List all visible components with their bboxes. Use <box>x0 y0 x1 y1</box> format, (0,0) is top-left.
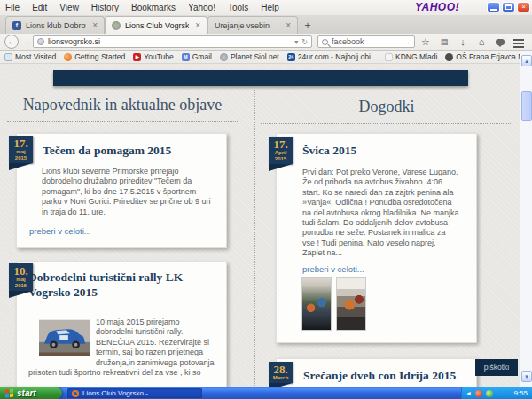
site-favicon-icon <box>112 21 121 30</box>
home-icon[interactable]: ⌂ <box>474 35 489 49</box>
downloads-icon[interactable]: ↓ <box>456 35 470 49</box>
task-button-firefox[interactable]: Lions Club Vogrsko - ... <box>67 388 202 398</box>
bookmark-most-visited[interactable]: Most Visited <box>4 52 56 61</box>
tray-chevron-icon[interactable]: ◄ <box>466 387 472 399</box>
url-text[interactable]: lionsvogrsko.si <box>48 37 291 46</box>
url-dropdown-icon[interactable]: ▾ <box>294 38 298 46</box>
restore-button[interactable] <box>502 2 515 12</box>
tab-lions-club-vogrsko[interactable]: Lions Club Vogrsko × <box>105 16 207 34</box>
article-card: Tečem da pomagam 2015 Lions klubi severn… <box>16 133 227 248</box>
search-input[interactable]: facebook <box>332 37 400 46</box>
new-tab-button[interactable]: + <box>298 18 317 34</box>
bookmark-label: Gmail <box>192 52 212 61</box>
article-body: Lions klubi severne Primorske prirejajo … <box>42 167 212 217</box>
bookmark-kdng-mladi[interactable]: KDNG Mladi <box>385 52 437 61</box>
minimize-button[interactable] <box>487 2 500 12</box>
tab-urejanje-vsebin[interactable]: Urejanje vsebin × <box>207 16 298 34</box>
badge-month: April <box>269 150 293 156</box>
bus-photo <box>301 277 332 331</box>
windows-logo-icon <box>5 389 13 398</box>
bookmark-label: Planet Siol.net <box>231 52 279 61</box>
menu-bookmarks[interactable]: Bookmarks <box>131 3 176 12</box>
menu-tools[interactable]: Tools <box>228 3 248 12</box>
menu-file[interactable]: File <box>5 3 20 12</box>
article-card: Švica 2015 Prvi dan: Pot preko Verone, V… <box>276 133 477 343</box>
bookmark-24ur[interactable]: 2424ur.com - Najbolj obi... <box>287 52 377 61</box>
cookie-notice-button[interactable]: piškotki <box>475 359 518 376</box>
hamburger-menu-icon[interactable] <box>512 35 526 49</box>
tab-close-icon[interactable]: × <box>92 21 98 30</box>
date-badge: 17. maj 2015 <box>9 136 33 163</box>
bookmarks-bar: Most Visited Getting Started ▶YouTube MG… <box>0 51 520 64</box>
badge-day: 17. <box>9 137 33 149</box>
badge-day: 10. <box>9 265 33 277</box>
tab-label: Urejanje vsebin <box>215 21 279 30</box>
scroll-thumb[interactable] <box>521 91 532 121</box>
search-go-icon[interactable]: → <box>403 38 411 46</box>
tray-icon-green[interactable] <box>486 390 493 397</box>
bookmark-label: Most Visited <box>15 52 56 61</box>
task-label: Lions Club Vogrsko - ... <box>82 389 156 397</box>
date-badge: 17. April 2015 <box>269 137 293 164</box>
reload-icon[interactable]: ↻ <box>301 38 308 46</box>
close-button[interactable]: × <box>517 2 530 12</box>
start-label: start <box>17 388 36 398</box>
article-title[interactable]: Švica 2015 <box>302 143 356 158</box>
read-more-link[interactable]: preberi v celoti... <box>302 264 364 274</box>
navigation-bar: ← → lionsvogrsko.si ▾ ↻ facebook → ☆ ▤ ↓… <box>0 34 532 51</box>
hello-chat-icon[interactable] <box>493 35 507 49</box>
bookmark-star-icon[interactable]: ☆ <box>419 35 433 49</box>
bookmarks-sidebar-icon[interactable]: ▤ <box>437 35 451 49</box>
column-divider <box>254 90 255 387</box>
badge-day: 28. <box>269 364 293 375</box>
bookmark-youtube[interactable]: ▶YouTube <box>133 52 173 61</box>
read-more-link[interactable]: preberi v celoti... <box>29 226 91 236</box>
tab-lions-klub-dobrovo[interactable]: f Lions klub Dobrovo × <box>5 16 105 34</box>
search-bar[interactable]: facebook → <box>317 35 415 48</box>
tab-label: Lions klub Dobrovo <box>26 21 86 30</box>
gmail-icon: M <box>182 53 190 61</box>
planet-siol-icon <box>220 53 228 61</box>
back-button[interactable]: ← <box>4 35 19 49</box>
tab-close-icon[interactable]: × <box>286 21 291 30</box>
clock[interactable]: 9:55 <box>513 389 528 397</box>
scrollbar[interactable]: ▲ ▼ <box>520 51 532 387</box>
screen: File Edit View History Bookmarks Yahoo! … <box>0 0 532 399</box>
tray-icon-red[interactable] <box>475 390 482 397</box>
firefox-icon <box>72 390 79 397</box>
article-photos <box>301 277 366 331</box>
menu-edit[interactable]: Edit <box>32 3 47 12</box>
scroll-down-button[interactable]: ▼ <box>521 371 532 382</box>
yahoo-logo[interactable]: YAHOO! <box>415 1 459 13</box>
scroll-up-button[interactable]: ▲ <box>521 55 532 66</box>
bookmark-gmail[interactable]: MGmail <box>182 52 212 61</box>
search-icon <box>322 39 328 45</box>
article-title[interactable]: Dobrodelni turistični rally LK Vogrsko 2… <box>28 270 216 300</box>
menu-yahoo[interactable]: Yahoo! <box>188 3 215 12</box>
article-media: 10 maja 2015 prirejamo dobrodelni turist… <box>28 317 218 378</box>
bookmark-planet-siol[interactable]: Planet Siol.net <box>220 52 279 61</box>
start-button[interactable]: start <box>0 387 62 399</box>
menu-view[interactable]: View <box>59 3 79 12</box>
bookmark-os-frana-erjavca[interactable]: OŠ Frana Erjavca Nov... <box>445 52 520 61</box>
youtube-icon: ▶ <box>133 53 141 61</box>
forward-button[interactable]: → <box>20 36 31 47</box>
page-content: Napovednik in aktualne objave Dogodki Te… <box>0 64 520 387</box>
bookmark-getting-started[interactable]: Getting Started <box>64 52 125 61</box>
article-title[interactable]: Srečanje dveh con Idrija 2015 <box>303 368 456 383</box>
folder-icon <box>4 53 12 61</box>
article-card: Dobrodelni turistični rally LK Vogrsko 2… <box>16 262 227 387</box>
badge-month: maj <box>9 277 33 283</box>
menu-history[interactable]: History <box>91 3 119 12</box>
url-bar[interactable]: lionsvogrsko.si ▾ ↻ <box>33 35 312 48</box>
default-favicon-icon <box>385 53 393 61</box>
article-title[interactable]: Tečem da pomagam 2015 <box>43 143 171 158</box>
badge-month: maj <box>9 149 33 155</box>
window-controls: × <box>487 2 530 12</box>
taskbar: start Lions Club Vogrsko - ... ◄ 9:55 <box>0 387 532 399</box>
bookmark-label: OŠ Frana Erjavca Nov... <box>456 52 520 61</box>
tab-label: Lions Club Vogrsko <box>125 21 189 30</box>
tab-close-icon[interactable]: × <box>195 21 200 30</box>
article-body: Prvi dan: Pot preko Verone, Varese Lugan… <box>302 168 460 259</box>
menu-help[interactable]: Help <box>261 3 279 12</box>
